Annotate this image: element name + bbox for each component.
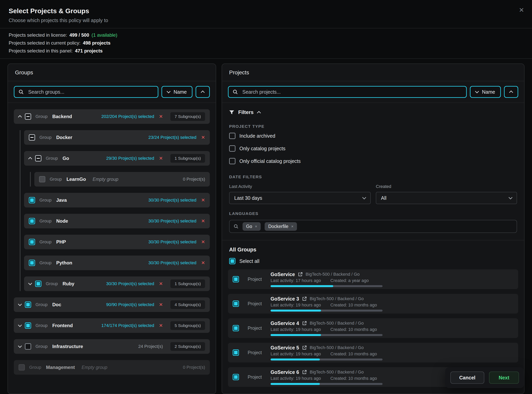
checkbox-include-archived[interactable] <box>229 133 235 139</box>
created-select[interactable]: All <box>376 192 517 204</box>
group-row-infrastructure[interactable]: GroupInfrastructure24 Project(s)2 Subgro… <box>14 339 210 354</box>
group-row-docker[interactable]: GroupDocker23/24 Project(s) selected✕ <box>24 130 210 145</box>
filters-toggle[interactable]: Filters <box>222 103 524 117</box>
project-row-goservice-5[interactable]: ProjectGoService 5BigTech-500 / Backend … <box>228 343 518 363</box>
minus-mark <box>37 158 40 159</box>
language-tag-dockerfile[interactable]: Dockerfile × <box>265 222 297 231</box>
remove-tag-icon[interactable]: × <box>255 224 257 229</box>
language-tag-label: Go <box>246 224 252 229</box>
checkbox-checked[interactable] <box>29 197 35 203</box>
remove-selection-icon[interactable]: ✕ <box>201 135 205 140</box>
checkbox-checked[interactable] <box>29 218 35 224</box>
group-row-java[interactable]: GroupJava30/30 Project(s) selected✕ <box>24 193 210 207</box>
search-icon <box>18 89 24 95</box>
groups-sort-select[interactable]: Name <box>161 86 192 98</box>
checkbox-checked[interactable] <box>233 325 239 331</box>
project-row-goservice-3[interactable]: ProjectGoService 3BigTech-500 / Backend … <box>228 294 518 314</box>
remove-selection-icon[interactable]: ✕ <box>201 197 205 203</box>
remove-selection-icon[interactable]: ✕ <box>159 302 163 307</box>
remove-selection-icon[interactable]: ✕ <box>159 323 163 328</box>
checkbox-indeterminate[interactable] <box>35 155 41 161</box>
remove-selection-icon[interactable]: ✕ <box>159 281 163 286</box>
group-row-node[interactable]: GroupNode30/30 Project(s) selected✕ <box>24 214 210 228</box>
checkbox-checked[interactable] <box>35 281 41 287</box>
remove-selection-icon[interactable]: ✕ <box>201 239 205 245</box>
checkbox-checked[interactable] <box>25 322 31 329</box>
project-row-goservice-4[interactable]: ProjectGoService 4BigTech-500 / Backend … <box>228 318 518 338</box>
group-row-php[interactable]: GroupPHP30/30 Project(s) selected✕ <box>24 235 210 249</box>
group-type-label: Group <box>39 135 52 140</box>
checkbox-checked[interactable] <box>233 276 239 282</box>
checkbox-only-official-catalog[interactable] <box>229 158 235 164</box>
selected-count-text: 30/30 Project(s) selected <box>106 281 154 286</box>
external-link-icon[interactable] <box>302 321 307 325</box>
next-button[interactable]: Next <box>489 372 519 384</box>
chevron-down-icon[interactable] <box>28 281 32 285</box>
groups-sort-direction-button[interactable] <box>196 86 210 98</box>
cancel-button[interactable]: Cancel <box>450 372 484 384</box>
filter-option-only-catalog[interactable]: Only catalog projects <box>222 142 524 155</box>
projects-sort-select[interactable]: Name <box>470 86 501 98</box>
checkbox-unchecked[interactable] <box>25 343 31 350</box>
languages-input[interactable]: Go × Dockerfile × <box>229 220 517 233</box>
filter-option-include-archived[interactable]: Include archived <box>222 130 524 142</box>
groups-search-input[interactable] <box>27 89 154 95</box>
chevron-down-icon[interactable] <box>18 323 22 327</box>
stat-license-label: Projects selected in license: <box>9 32 67 38</box>
projects-search[interactable] <box>228 86 467 98</box>
checkbox-checked[interactable] <box>233 349 239 356</box>
remove-selection-icon[interactable]: ✕ <box>201 218 205 224</box>
checkbox-checked[interactable] <box>29 260 35 266</box>
external-link-icon[interactable] <box>302 370 307 374</box>
minus-mark <box>30 137 34 138</box>
checkbox-indeterminate[interactable] <box>29 134 35 141</box>
chevron-up-icon[interactable] <box>18 115 22 119</box>
chevron-down-icon[interactable] <box>18 302 22 306</box>
remove-selection-icon[interactable]: ✕ <box>159 114 163 119</box>
last-activity-select[interactable]: Last 30 days <box>229 192 371 204</box>
close-icon[interactable]: ✕ <box>517 5 526 15</box>
group-row-learngo[interactable]: GroupLearnGoEmpty group0 Project(s) <box>34 172 210 187</box>
checkbox-only-catalog[interactable] <box>229 145 235 152</box>
project-row-goservice[interactable]: ProjectGoServiceBigTech-500 / Backend / … <box>228 269 518 289</box>
groups-search[interactable] <box>14 86 158 98</box>
group-row-ruby[interactable]: GroupRuby30/30 Project(s) selected✕1 Sub… <box>24 276 210 291</box>
group-row-doc[interactable]: GroupDoc90/90 Project(s) selected✕4 Subg… <box>14 297 210 312</box>
progress-fill <box>271 310 321 311</box>
chevron-down-icon[interactable] <box>18 344 22 348</box>
projects-search-row: Name <box>222 81 524 103</box>
project-type-label: Project <box>248 350 271 355</box>
created-field: Created All <box>376 181 517 204</box>
checkbox-checked[interactable] <box>233 374 239 380</box>
checkbox-checked[interactable] <box>25 301 31 308</box>
filter-option-only-official-catalog[interactable]: Only official catalog projects <box>222 155 524 167</box>
group-row-go[interactable]: GroupGo29/30 Project(s) selected✕1 Subgr… <box>24 151 210 166</box>
project-last-activity: Last activity: 19 hours ago <box>271 327 321 332</box>
group-row-management[interactable]: GroupManagementEmpty group0 Project(s) <box>14 360 210 375</box>
checkbox-checked[interactable] <box>29 239 35 245</box>
group-row-backend[interactable]: GroupBackend202/204 Project(s) selected✕… <box>14 109 210 124</box>
checkbox-indeterminate[interactable] <box>25 113 31 120</box>
group-row-frontend[interactable]: GroupFrontend174/174 Project(s) selected… <box>14 318 210 333</box>
remove-selection-icon[interactable]: ✕ <box>201 260 205 266</box>
group-name: Backend <box>52 114 72 119</box>
project-type-label: Project <box>248 277 271 282</box>
subgroup-badge: 7 Subgroup(s) <box>170 112 205 121</box>
external-link-icon[interactable] <box>302 346 307 350</box>
remove-selection-icon[interactable]: ✕ <box>159 156 163 161</box>
projects-search-input[interactable] <box>242 89 462 95</box>
select-all-row[interactable]: Select all <box>222 253 524 269</box>
external-link-icon[interactable] <box>302 297 307 301</box>
remove-tag-icon[interactable]: × <box>291 224 294 229</box>
filter-option-label: Include archived <box>239 133 275 139</box>
chevron-up-icon[interactable] <box>28 157 32 161</box>
language-tag-go[interactable]: Go × <box>243 222 261 231</box>
project-name: GoService 5 <box>271 345 299 351</box>
checkbox-checked[interactable] <box>233 301 239 307</box>
group-row-python[interactable]: GroupPython30/30 Project(s) selected✕ <box>24 256 210 270</box>
external-link-icon[interactable] <box>298 272 302 276</box>
projects-sort-direction-button[interactable] <box>504 86 518 98</box>
group-type-label: Group <box>39 218 52 224</box>
project-row-body: GoServiceBigTech-500 / Backend / GoLast … <box>271 272 513 287</box>
checkbox-select-all[interactable] <box>229 258 235 264</box>
